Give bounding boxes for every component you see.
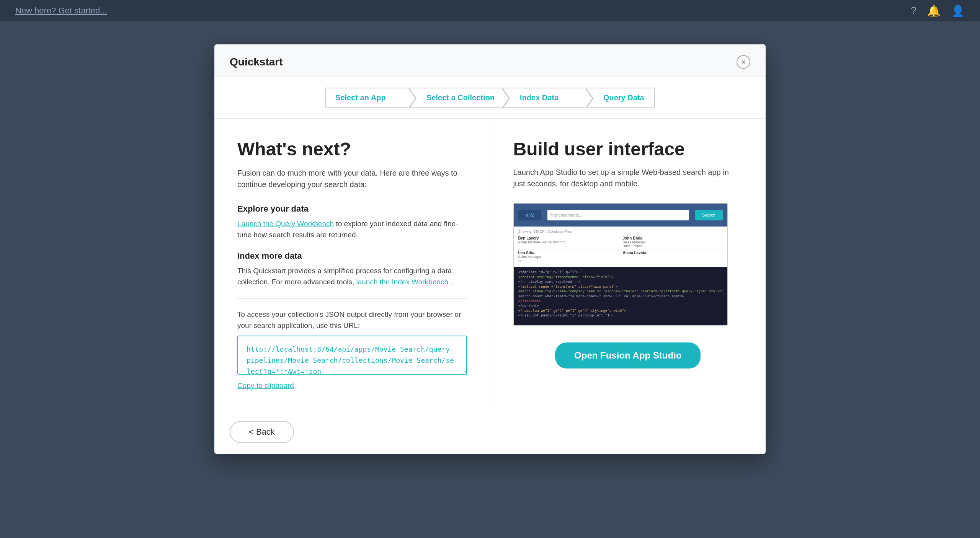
screenshot-col-right-2: Alana Lavata [623, 251, 723, 262]
get-started-link[interactable]: New here? Get started... [15, 6, 107, 16]
code-line-3: <!-- display name resolved --> [518, 279, 723, 284]
code-line-6: search.boost when-field="to_more-chars="… [518, 294, 723, 299]
modal-overlay: Quickstart × Select an App Select a Coll… [0, 21, 980, 538]
screenshot-header: ⊕ V2 find documents... Search [514, 204, 727, 227]
step-label-1: Select an App [335, 93, 386, 102]
screenshot-results: Showing: STACK | Salesforce Pros Ben Lav… [514, 227, 727, 267]
screenshot-sub-1: Acme Institute · Azure Platform [518, 240, 618, 244]
quickstart-modal: Quickstart × Select an App Select a Coll… [214, 44, 766, 454]
screenshot-logo: ⊕ V2 [518, 210, 541, 220]
help-icon[interactable]: ? [910, 5, 916, 17]
screenshot-col-left: Ben Lavery Acme Institute · Azure Platfo… [518, 236, 618, 248]
screenshot-name-4: Alana Lavata [623, 251, 723, 255]
code-line-5: search <fuse-field-name="company_name_s"… [518, 289, 723, 294]
step-label-4: Query Data [603, 93, 644, 102]
explore-text: Launch the Query Workbench to explore yo… [237, 218, 467, 240]
close-button[interactable]: × [737, 55, 750, 69]
screenshot-col-left-2: Leo Attia Sales Manager ☆ [518, 251, 618, 262]
step-label-2: Select a Collection [426, 93, 495, 102]
code-line-2: <content styling="transformed" class="fi… [518, 275, 723, 280]
code-line-9: <frame.lua w="1" g="4" p="1" g="4" styli… [518, 308, 723, 313]
screenshot-col-right: John Braig Sales Manager Suite Eclipse [623, 236, 723, 248]
app-studio-screenshot: ⊕ V2 find documents... Search Showing: S… [513, 203, 728, 326]
index-text: This Quickstart provides a simplified pr… [237, 266, 467, 287]
screenshot-sub-3: ☆ [518, 259, 618, 262]
modal-title: Quickstart [230, 56, 283, 68]
divider [237, 298, 467, 298]
screenshot-name-3: Leo Attia [518, 251, 618, 255]
user-icon[interactable]: 👤 [951, 5, 965, 17]
index-title: Index more data [237, 251, 467, 261]
url-textarea[interactable] [237, 336, 467, 375]
build-ui-title: Build user interface [513, 139, 685, 160]
top-bar-icons: ? 🔔 👤 [910, 5, 965, 17]
code-line-8: </content> [518, 303, 723, 308]
modal-footer: < Back [214, 410, 766, 454]
screenshot-search-btn-label: Search [702, 213, 715, 217]
modal-header: Quickstart × [214, 44, 766, 77]
top-bar: New here? Get started... ? 🔔 👤 [0, 0, 980, 21]
screenshot-name-2: John Braig [623, 236, 723, 240]
step-select-collection[interactable]: Select a Collection [409, 88, 503, 108]
screenshot-search-input: find documents... [547, 210, 689, 220]
url-label: To access your collection's JSON output … [237, 309, 467, 331]
screenshot-search-placeholder: find documents... [550, 213, 583, 217]
step-select-app[interactable]: Select an App [325, 88, 410, 108]
step-label-3: Index Data [520, 93, 559, 102]
screenshot-sub-2: Suite Eclipse [623, 244, 723, 248]
modal-body: What's next? Fusion can do much more wit… [214, 119, 766, 410]
build-ui-desc: Launch App Studio to set up a simple Web… [513, 166, 743, 189]
whats-next-title: What's next? [237, 139, 467, 160]
steps-bar: Select an App Select a Collection Index … [214, 77, 766, 119]
query-workbench-link[interactable]: Launch the Query Workbench [237, 220, 334, 228]
index-workbench-link[interactable]: launch the Index Workbench [356, 278, 448, 286]
screenshot-code-panel: <template id="g" p="1" g="1"> <content s… [514, 267, 727, 325]
copy-to-clipboard-link[interactable]: Copy to clipboard [237, 381, 294, 390]
screenshot-result-2: Leo Attia Sales Manager ☆ Alana Lavata [518, 249, 723, 264]
steps-nav: Select an App Select a Collection Index … [325, 88, 655, 108]
bell-icon[interactable]: 🔔 [927, 5, 941, 17]
screenshot-showing: Showing: STACK | Salesforce Pros [518, 230, 723, 235]
screenshot-logo-text: ⊕ V2 [525, 213, 534, 217]
step-query-data[interactable]: Query Data [586, 88, 655, 108]
explore-title: Explore your data [237, 204, 467, 214]
screenshot-search-button: Search [695, 210, 723, 220]
screenshot-role-3: Sales Manager [518, 255, 618, 259]
code-line-10: <fused.bot padding-right="1" padding-lef… [518, 313, 723, 318]
screenshot-name-1: Ben Lavery [518, 236, 618, 240]
screenshot-role-2: Sales Manager [623, 240, 723, 244]
code-line-7: </fieldset> [518, 299, 723, 304]
right-column: Build user interface Launch App Studio t… [490, 119, 766, 410]
intro-text: Fusion can do much more with your data. … [237, 167, 467, 190]
left-column: What's next? Fusion can do much more wit… [214, 119, 490, 410]
open-fusion-app-studio-button[interactable]: Open Fusion App Studio [555, 342, 701, 368]
step-index-data[interactable]: Index Data [502, 88, 586, 108]
code-line-4: <fieldset render="transform" class="main… [518, 284, 723, 289]
screenshot-result-1: Ben Lavery Acme Institute · Azure Platfo… [518, 235, 723, 249]
back-button[interactable]: < Back [230, 421, 294, 443]
code-line-1: <template id="g" p="1" g="1"> [518, 270, 723, 275]
index-text-post: . [450, 278, 452, 286]
